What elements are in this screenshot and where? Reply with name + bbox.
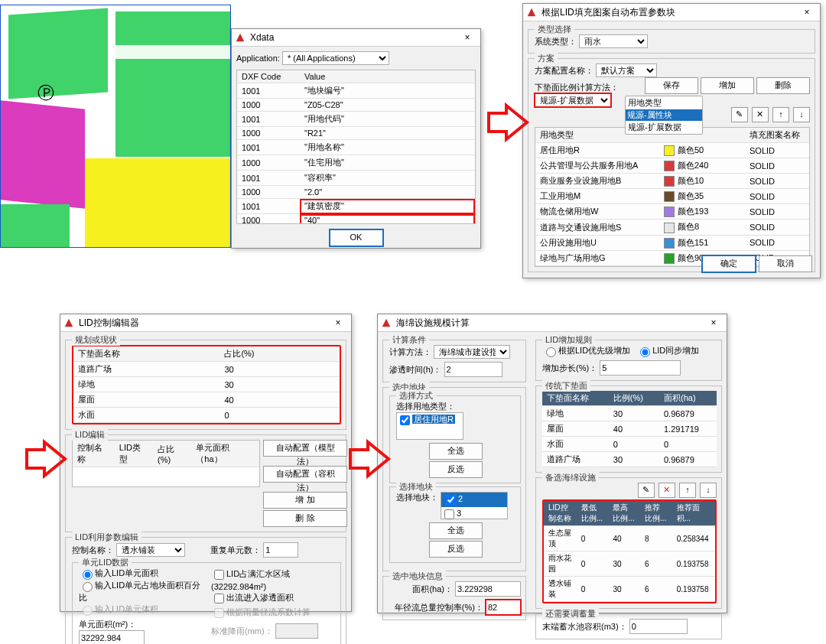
- table-row[interactable]: 1001"用地名称": [237, 140, 475, 155]
- table-row[interactable]: 商业服务业设施用地B颜色10SOLID: [535, 174, 809, 189]
- unit-area-label: 单元面积(m²)：: [79, 620, 136, 629]
- cancel-button[interactable]: 取消: [759, 255, 812, 272]
- input-area-radio[interactable]: [83, 570, 93, 580]
- method-select[interactable]: 规源-扩展数据: [535, 93, 611, 107]
- table-row[interactable]: 1001"地块编号": [237, 83, 475, 99]
- table-row[interactable]: 道路广场300.96879: [542, 452, 717, 467]
- table-row[interactable]: 水面0: [73, 408, 340, 423]
- surface-ratio-table[interactable]: 下垫面名称 占比(%) 道路广场30绿地30屋面40水面0: [73, 346, 340, 423]
- flow-arrow-icon: [346, 436, 392, 489]
- table-row[interactable]: 道路与交通设施用地S颜色8SOLID: [535, 220, 809, 235]
- status-group-legend: 规划或现状: [72, 334, 120, 346]
- plan-group-legend: 方案: [535, 53, 558, 64]
- move-down-icon[interactable]: ↓: [793, 107, 810, 122]
- table-row[interactable]: 生态屋顶04080.258344: [544, 526, 715, 551]
- table-row[interactable]: 1000"40": [237, 214, 475, 225]
- lid-editor-title: LID控制编辑器: [79, 317, 139, 330]
- rule-priority-radio[interactable]: [546, 347, 556, 357]
- table-row[interactable]: 1001"容积率": [237, 171, 475, 186]
- table-row[interactable]: 1000"住宅用地": [237, 155, 475, 171]
- fill-title: 根据LID填充图案自动布置参数块: [541, 6, 675, 19]
- table-row[interactable]: 屋面40: [73, 392, 340, 408]
- close-icon[interactable]: ×: [797, 7, 817, 18]
- table-row[interactable]: 公共管理与公共服务用地A颜色240SOLID: [535, 158, 809, 174]
- table-row[interactable]: 屋面401.291719: [542, 421, 717, 437]
- design-rain-label: 标准降雨(mm)：: [211, 626, 273, 636]
- close-icon[interactable]: ×: [457, 32, 477, 43]
- table-row[interactable]: 工业用地M颜色35SOLID: [535, 189, 809, 204]
- repeat-label: 重复单元数：: [210, 545, 261, 555]
- ok-button[interactable]: 确定: [701, 255, 756, 273]
- step-input[interactable]: [600, 360, 681, 376]
- block-area-label: 面积(ha)：: [412, 584, 453, 594]
- table-row[interactable]: 公用设施用地U颜色151SOLID: [535, 235, 809, 250]
- table-row[interactable]: 雨水花园03060.193758: [544, 551, 715, 577]
- move-up-icon[interactable]: ↑: [772, 107, 789, 122]
- full-catchment-check[interactable]: [214, 570, 224, 580]
- control-name-select[interactable]: 透水铺装: [116, 543, 185, 557]
- method-option[interactable]: 规源-属性块: [626, 109, 702, 121]
- select-all-button[interactable]: 全选: [429, 443, 483, 460]
- close-icon[interactable]: ×: [704, 317, 724, 328]
- delete-lid-button[interactable]: 删 除: [263, 510, 347, 527]
- sel-way-legend: 选择方式: [396, 390, 436, 402]
- table-row[interactable]: 1000"2.0": [237, 186, 475, 199]
- application-select[interactable]: * (All Applications): [282, 51, 389, 65]
- add-lid-button[interactable]: 增 加: [263, 492, 347, 509]
- table-row[interactable]: 1000"R21": [237, 127, 475, 140]
- method-option[interactable]: 用地类型: [626, 96, 702, 109]
- input-pct-radio[interactable]: [83, 582, 93, 592]
- runoff-input[interactable]: [486, 600, 521, 615]
- table-row[interactable]: 绿地300.96879: [542, 406, 717, 421]
- app-icon: [381, 317, 392, 328]
- xdata-title: Xdata: [250, 32, 274, 43]
- sel-type-label: 选择用地类型：: [396, 402, 455, 411]
- edit-icon[interactable]: ✎: [731, 107, 748, 122]
- auto-config-volume-button[interactable]: 自动配置（容积法）: [263, 466, 347, 483]
- outflow-infil-check[interactable]: [214, 594, 224, 603]
- trad-group-legend: 传统下垫面: [542, 380, 590, 392]
- landtype-check[interactable]: [400, 415, 410, 425]
- ok-button[interactable]: OK: [329, 229, 384, 247]
- system-type-select[interactable]: 雨水: [579, 34, 648, 48]
- move-down-icon[interactable]: ↓: [700, 483, 717, 498]
- invert-selection-button[interactable]: 反选: [429, 541, 483, 558]
- block-check[interactable]: [444, 509, 454, 519]
- table-row[interactable]: 道路广场30: [73, 362, 340, 377]
- svg-marker-2: [65, 319, 73, 327]
- method-option[interactable]: 规源-扩展数据: [626, 121, 702, 134]
- auto-config-model-button[interactable]: 自动配置（模型法）: [263, 440, 347, 457]
- table-row[interactable]: 1001"用地代码": [237, 112, 475, 127]
- control-name-label: 控制名称：: [72, 545, 114, 555]
- infil-time-input[interactable]: [444, 362, 502, 377]
- edit-icon[interactable]: ✎: [638, 483, 655, 498]
- plan-name-select[interactable]: 默认方案: [596, 63, 657, 77]
- invert-selection-button[interactable]: 反选: [429, 461, 483, 478]
- table-row[interactable]: 透水铺装03060.193758: [544, 577, 715, 602]
- table-row[interactable]: 居住用地R颜色50SOLID: [535, 143, 809, 158]
- close-icon[interactable]: ×: [328, 317, 348, 328]
- block-area-input[interactable]: [455, 581, 521, 597]
- svg-marker-1: [528, 8, 536, 17]
- app-icon: [526, 7, 537, 18]
- select-all-button[interactable]: 全选: [429, 522, 483, 539]
- table-row[interactable]: 绿地30: [73, 377, 340, 392]
- system-type-label: 系统类型：: [535, 37, 577, 46]
- unit-area-input[interactable]: [79, 630, 145, 644]
- sponge-calc-dialog: 海绵设施规模计算 × 计算条件 计算方法： 海绵城市建设指南 渗透时间(h)： …: [377, 314, 727, 613]
- delete-row-icon[interactable]: ✕: [752, 107, 769, 122]
- delete-row-icon[interactable]: ✕: [659, 483, 675, 498]
- plan-name-label: 方案配置名称：: [535, 66, 593, 75]
- table-row[interactable]: 物流仓储用地W颜色193SOLID: [535, 204, 809, 220]
- block-check[interactable]: [446, 495, 456, 505]
- calc-method-select[interactable]: 海绵城市建设指南: [434, 345, 510, 359]
- table-row[interactable]: 1000"Z05-C28": [237, 99, 475, 112]
- extra-vol-input[interactable]: [629, 619, 688, 634]
- table-row[interactable]: 1001"建筑密度": [237, 199, 475, 214]
- design-rain-input: [275, 623, 318, 639]
- move-up-icon[interactable]: ↑: [679, 483, 696, 498]
- app-icon: [63, 317, 74, 328]
- repeat-input[interactable]: [263, 542, 298, 558]
- rule-sync-radio[interactable]: [640, 347, 650, 357]
- table-row[interactable]: 水面00: [542, 437, 717, 452]
